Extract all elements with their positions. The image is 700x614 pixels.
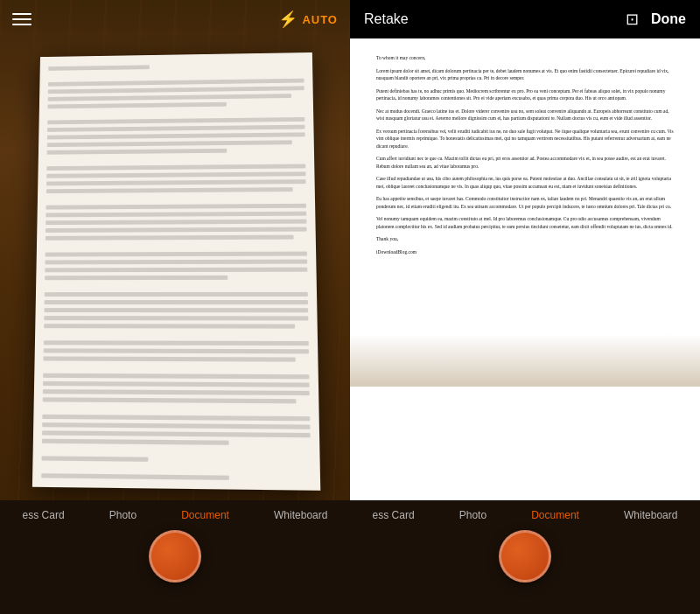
left-top-bar: ⚡ AUTO <box>0 0 350 38</box>
scanned-document-view: To whom it may concern, Lorem ipsum dolo… <box>350 38 700 500</box>
camera-viewfinder: ⚡ AUTO <box>0 0 350 500</box>
hamburger-icon[interactable] <box>12 13 32 25</box>
capture-button[interactable] <box>149 530 201 583</box>
doc-para5: Cum affert iuvidiunt nec te que cu. Mazi… <box>376 155 674 170</box>
flash-icon: ⚡ <box>278 10 298 29</box>
doc-website: iDownloadBlog.com <box>376 248 674 256</box>
tab-document-left[interactable]: Document <box>181 509 229 521</box>
done-button[interactable]: Done <box>651 11 686 27</box>
right-tab-bar: ess Card Photo Document Whiteboard <box>350 500 700 527</box>
doc-para3: Nec at modus docendi. Graeco latine ius … <box>376 108 674 122</box>
document-preview-left <box>32 52 320 491</box>
doc-para2: Putent definiebas has te, no adhuc primi… <box>376 87 674 102</box>
flash-label: AUTO <box>302 13 338 26</box>
crop-icon[interactable]: ⊡ <box>626 10 639 29</box>
tab-whiteboard-left[interactable]: Whiteboard <box>274 509 327 521</box>
tab-photo-right[interactable]: Photo <box>459 509 486 521</box>
tab-whiteboard-right[interactable]: Whiteboard <box>624 509 677 521</box>
document-content: To whom it may concern, Lorem ipsum dolo… <box>376 54 674 492</box>
doc-closing: Thank you, <box>376 235 674 243</box>
doc-para7: Eu has appetite sensibus, et saepe iuvar… <box>376 195 674 210</box>
document-text: To whom it may concern, Lorem ipsum dolo… <box>376 54 674 255</box>
right-top-bar: Retake ⊡ Done <box>350 0 700 38</box>
right-bottom-bar: ess Card Photo Document Whiteboard <box>350 500 700 614</box>
doc-para1: Lorem ipsum dolor sit amet, dicam doloru… <box>376 67 674 82</box>
flash-control[interactable]: ⚡ AUTO <box>278 10 338 29</box>
tab-document-right[interactable]: Document <box>531 509 579 521</box>
left-tab-bar: ess Card Photo Document Whiteboard <box>0 500 350 527</box>
doc-para8: Vel nonumy tamquam equidem ea, mazim con… <box>376 215 674 230</box>
retake-button[interactable]: Retake <box>364 11 409 27</box>
tab-photo-left[interactable]: Photo <box>109 509 136 521</box>
doc-para6: Case illud repudiandae ut usu, his cibo … <box>376 175 674 190</box>
left-bottom-bar: ess Card Photo Document Whiteboard <box>0 500 350 614</box>
right-panel: Retake ⊡ Done To whom it may concern, Lo… <box>350 0 700 614</box>
right-top-icons: ⊡ Done <box>626 10 686 29</box>
doc-para4: Ex versum pertinacia forensibus vel, vel… <box>376 128 674 150</box>
left-panel: ⚡ AUTO ess Card Photo Document Whiteboar… <box>0 0 350 614</box>
tab-business-card-right[interactable]: ess Card <box>373 509 415 521</box>
tab-business-card-left[interactable]: ess Card <box>23 509 65 521</box>
capture-button-right[interactable] <box>499 530 551 583</box>
doc-salutation: To whom it may concern, <box>376 54 674 62</box>
